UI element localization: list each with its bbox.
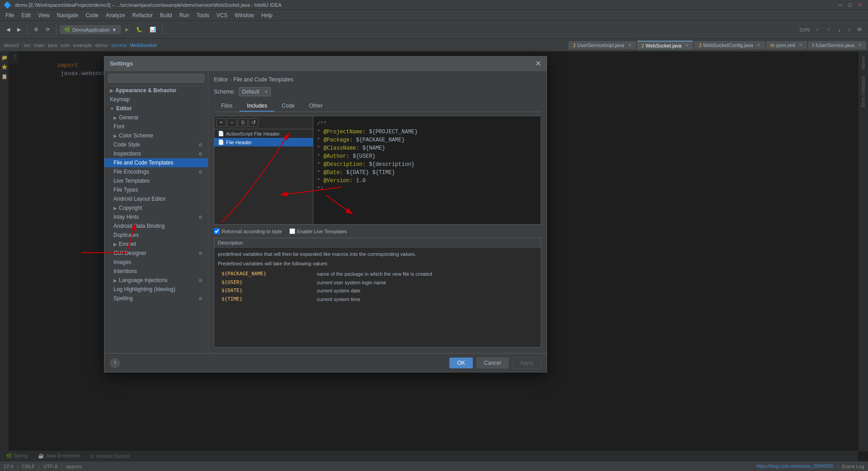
nav-general[interactable]: ▶ General — [104, 113, 208, 122]
menu-navigate[interactable]: Navigate — [53, 11, 82, 19]
scheme-select-wrapper[interactable]: Default Project — [239, 87, 271, 96]
nav-android-databinding[interactable]: Android Data Binding — [104, 221, 208, 231]
vcs-push[interactable]: ↑ — [845, 26, 854, 34]
breadcrumb-main[interactable]: main — [34, 42, 45, 48]
breadcrumb-example[interactable]: example — [73, 42, 92, 48]
menu-window[interactable]: Window — [231, 11, 258, 19]
forward-btn[interactable]: ▶ — [14, 25, 24, 34]
nav-log-highlighting[interactable]: Log Highlighting (Ideolog) — [104, 285, 208, 294]
content-tab-files[interactable]: Files — [214, 101, 240, 112]
close-btn[interactable]: ✕ — [856, 2, 864, 8]
menu-analyze[interactable]: Analyze — [102, 11, 129, 19]
nav-appearance[interactable]: ▶ Appearance & Behavior — [104, 86, 208, 95]
content-tab-code[interactable]: Code — [274, 101, 302, 112]
nav-inspections[interactable]: Inspections ⚙ — [104, 149, 208, 158]
maximize-btn[interactable]: □ — [847, 2, 854, 8]
nav-spelling[interactable]: Spelling ⚙ — [104, 294, 208, 303]
tab-close-2[interactable]: ✕ — [685, 43, 689, 48]
nav-code-style[interactable]: Code Style ⚙ — [104, 140, 208, 149]
nav-android-layout[interactable]: Android Layout Editor — [104, 194, 208, 203]
menu-file[interactable]: File — [2, 11, 18, 19]
nav-keymap[interactable]: Keymap — [104, 95, 208, 104]
settings-search-input[interactable] — [108, 74, 204, 83]
nav-file-encodings[interactable]: File Encodings ⚙ — [104, 167, 208, 176]
nav-file-types[interactable]: File Types — [104, 185, 208, 194]
code-editor-panel[interactable]: /** * @ProjectName: ${PROJECT_NAME} * @P… — [313, 116, 541, 225]
menu-run[interactable]: Run — [176, 11, 193, 19]
menu-view[interactable]: View — [34, 11, 53, 19]
help-button[interactable]: ? — [110, 358, 120, 368]
event-log[interactable]: Event Log — [842, 464, 864, 469]
nav-inlay-hints[interactable]: Inlay Hints ⚙ — [104, 212, 208, 221]
menu-edit[interactable]: Edit — [18, 11, 34, 19]
nav-file-code-templates[interactable]: File and Code Templates — [104, 158, 208, 167]
menu-tools[interactable]: Tools — [193, 11, 213, 19]
vcs-check1[interactable]: ✓ — [813, 25, 822, 34]
tab-pomxml[interactable]: m pom.xml ✕ — [766, 41, 807, 49]
nav-live-templates[interactable]: Live Templates — [104, 176, 208, 185]
nav-language-injections[interactable]: ▶ Language Injections ⚙ — [104, 276, 208, 285]
tab-label-5: IUserService.java — [816, 42, 854, 48]
sync-btn[interactable]: ⟳ — [43, 25, 52, 34]
nav-gui-designer[interactable]: GUI Designer ⚙ — [104, 249, 208, 258]
menu-build[interactable]: Build — [156, 11, 176, 19]
nav-copyright[interactable]: ▶ Copyright — [104, 203, 208, 212]
breadcrumb-com[interactable]: com — [61, 42, 70, 48]
breadcrumb-java[interactable]: java — [48, 42, 57, 48]
apply-button[interactable]: Apply — [512, 358, 541, 368]
minimize-btn[interactable]: ─ — [836, 2, 844, 8]
nav-images[interactable]: Images — [104, 258, 208, 267]
livetemplates-checkbox[interactable] — [289, 228, 295, 234]
remove-template-btn[interactable]: − — [227, 118, 237, 127]
nav-font[interactable]: Font — [104, 122, 208, 131]
tab-userserviceimpl[interactable]: J UserServiceImpl.java ✕ — [568, 41, 636, 49]
dialog-close-btn[interactable]: ✕ — [535, 59, 541, 68]
content-tab-includes[interactable]: Includes — [240, 101, 274, 112]
add-template-btn[interactable]: + — [216, 118, 226, 127]
tab-close-4[interactable]: ✕ — [799, 42, 802, 47]
tab-close-5[interactable]: ✕ — [858, 42, 862, 47]
breadcrumb-project[interactable]: demo3 — [2, 42, 21, 48]
tab-iuserservice[interactable]: I IUserService.java ✕ — [808, 41, 866, 49]
template-item-actionscript[interactable]: 📄 ActionScript File Header — [214, 129, 313, 138]
settings-btn[interactable]: ⚙ — [31, 25, 41, 34]
run-config-selector[interactable]: 🌿 DemoApplication ▼ — [60, 25, 121, 34]
tab-close-1[interactable]: ✕ — [628, 42, 632, 47]
tab-close-3[interactable]: ✕ — [757, 42, 760, 47]
menu-code[interactable]: Code — [82, 11, 102, 19]
debug-btn[interactable]: 🐛 — [133, 25, 145, 34]
copy-template-btn[interactable]: ⎘ — [238, 118, 248, 127]
nav-intentions[interactable]: Intentions — [104, 267, 208, 276]
tab-websocket[interactable]: J WebSocket.java ✕ — [637, 41, 693, 50]
template-item-fileheader[interactable]: 📄 File Header — [214, 138, 313, 146]
coverage-btn[interactable]: 📊 — [147, 25, 159, 34]
tab-websocketconfig[interactable]: J WebSocketConfig.java ✕ — [694, 41, 765, 49]
back-btn[interactable]: ◀ — [4, 25, 13, 34]
breadcrumb-service[interactable]: service — [111, 42, 127, 48]
nav-color-scheme[interactable]: ▶ Color Scheme — [104, 131, 208, 140]
scheme-select[interactable]: Default Project — [239, 87, 271, 96]
vcs-update[interactable]: ↓ — [835, 26, 844, 34]
vcs-history[interactable]: ⟳ — [855, 25, 864, 34]
breadcrumb-demo[interactable]: demo — [95, 42, 108, 48]
nav-editor[interactable]: ▼ Editor — [104, 104, 208, 113]
reformat-checkbox-label[interactable]: Reformat according to style — [214, 228, 282, 234]
reformat-checkbox[interactable] — [214, 228, 220, 234]
menu-refactor[interactable]: Refactor — [129, 11, 156, 19]
nav-duplicates[interactable]: Duplicates — [104, 231, 208, 240]
status-line-ending: CRLF — [22, 464, 35, 469]
breadcrumb-src[interactable]: src — [24, 42, 31, 48]
cancel-button[interactable]: Cancel — [476, 358, 509, 368]
run-btn[interactable]: ▶ — [123, 25, 132, 34]
content-tab-other[interactable]: Other — [302, 101, 330, 112]
breadcrumb-websocket[interactable]: WebSocket — [130, 42, 157, 48]
menu-help[interactable]: Help — [258, 11, 276, 19]
window-controls[interactable]: ─ □ ✕ — [836, 2, 864, 8]
vcs-check2[interactable]: ✓ — [824, 25, 834, 34]
reset-template-btn[interactable]: ↺ — [249, 118, 259, 127]
ok-button[interactable]: OK — [449, 358, 472, 368]
nav-label-livetemplates: Live Templates — [113, 178, 150, 184]
menu-vcs[interactable]: VCS — [213, 11, 231, 19]
nav-emmet[interactable]: ▶ Emmet — [104, 240, 208, 249]
livetemplates-checkbox-label[interactable]: Enable Live Templates — [289, 228, 347, 234]
